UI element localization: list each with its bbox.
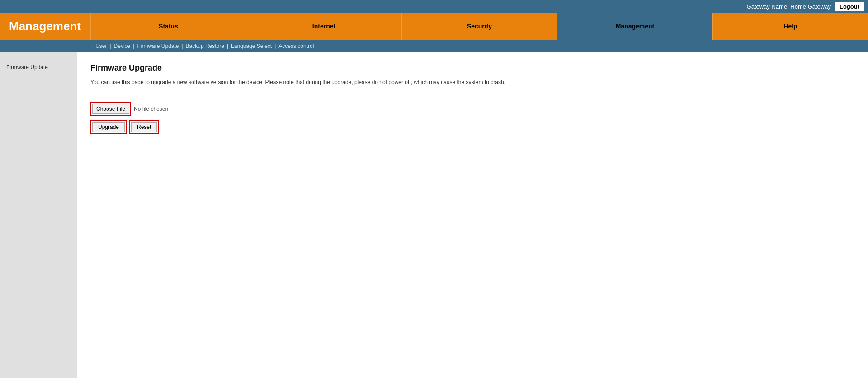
main-nav: Status Internet Security Management Help <box>90 13 868 40</box>
choose-file-button[interactable]: Choose File <box>92 104 129 114</box>
subnav-item-device[interactable]: Device <box>112 43 132 49</box>
description-text: You can use this page to upgrade a new s… <box>90 78 854 86</box>
file-input-row: Choose File No file chosen <box>90 102 854 116</box>
header: Management Status Internet Security Mana… <box>0 13 868 40</box>
subnav-item-access-control[interactable]: Access control <box>277 43 316 49</box>
gateway-name-label: Gateway Name: Home Gateway <box>747 3 831 10</box>
choose-file-wrapper: Choose File <box>90 102 131 116</box>
nav-item-help[interactable]: Help <box>712 13 868 40</box>
nav-item-management[interactable]: Management <box>557 13 712 40</box>
sub-nav: | User | Device | Firmware Update | Back… <box>0 40 868 52</box>
page-layout: Firmware Update Firmware Upgrade You can… <box>0 52 868 378</box>
nav-item-internet[interactable]: Internet <box>246 13 401 40</box>
upgrade-wrapper: Upgrade <box>90 120 127 134</box>
top-bar: Gateway Name: Home Gateway Logout <box>0 0 868 13</box>
brand-title: Management <box>0 19 90 33</box>
subnav-item-firmware-update[interactable]: Firmware Update <box>135 43 180 49</box>
nav-item-status[interactable]: Status <box>90 13 246 40</box>
divider <box>90 94 330 94</box>
upgrade-button[interactable]: Upgrade <box>92 122 125 132</box>
action-buttons-row: Upgrade Reset <box>90 120 854 134</box>
logout-button[interactable]: Logout <box>835 2 864 11</box>
reset-wrapper: Reset <box>129 120 159 134</box>
nav-item-security[interactable]: Security <box>401 13 557 40</box>
subnav-item-backup-restore[interactable]: Backup Restore <box>184 43 226 49</box>
content-area: Firmware Upgrade You can use this page t… <box>77 52 868 378</box>
reset-button[interactable]: Reset <box>131 122 157 132</box>
file-chosen-label: No file chosen <box>134 106 168 112</box>
subnav-item-language-select[interactable]: Language Select <box>229 43 274 49</box>
page-title: Firmware Upgrade <box>90 63 854 73</box>
sidebar-item-firmware-update[interactable]: Firmware Update <box>0 61 77 73</box>
subnav-item-user[interactable]: User <box>94 43 108 49</box>
sidebar: Firmware Update <box>0 52 77 378</box>
